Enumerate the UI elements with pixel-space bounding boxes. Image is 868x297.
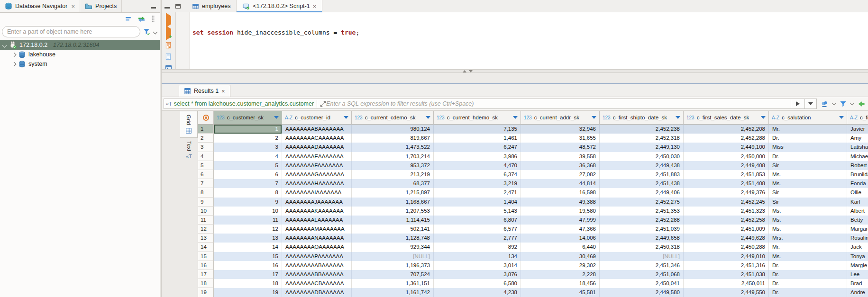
- sort-dropdown-icon[interactable]: [426, 116, 430, 119]
- grid-cell[interactable]: 2,450,030: [600, 152, 684, 161]
- row-number[interactable]: 5: [198, 161, 214, 170]
- grid-cell[interactable]: Ms.: [769, 179, 847, 188]
- grid-cell[interactable]: 14: [214, 243, 282, 252]
- expander-icon[interactable]: [12, 52, 17, 57]
- filter-input[interactable]: «T select * from lakehouse.customer_anal…: [164, 99, 817, 109]
- grid-cell[interactable]: Dr.: [769, 279, 847, 288]
- grid-cell[interactable]: 2,452,238: [600, 125, 684, 134]
- grid-cell[interactable]: Sir: [769, 188, 847, 197]
- grid-cell[interactable]: 17: [214, 270, 282, 279]
- grid-cell[interactable]: 27,082: [521, 170, 600, 179]
- close-icon[interactable]: ×: [71, 3, 75, 10]
- grid-cell[interactable]: 1,361,151: [352, 279, 434, 288]
- grid-cell[interactable]: Karl: [847, 198, 868, 207]
- grid-cell[interactable]: 16: [214, 261, 282, 270]
- grid-cell[interactable]: 6,807: [434, 216, 521, 225]
- row-number[interactable]: 17: [198, 270, 214, 279]
- row-number[interactable]: 2: [198, 134, 214, 143]
- row-number[interactable]: 19: [198, 288, 214, 297]
- grid-cell[interactable]: 929,344: [352, 243, 434, 252]
- grid-corner-cell[interactable]: [198, 111, 214, 125]
- grid-cell[interactable]: 11: [214, 216, 282, 225]
- grid-cell[interactable]: 2,451,038: [684, 270, 769, 279]
- grid-cell[interactable]: 502,141: [352, 225, 434, 234]
- grid-cell[interactable]: 8: [214, 188, 282, 197]
- grid-cell[interactable]: Ms.: [769, 252, 847, 261]
- grid-cell[interactable]: 1,207,553: [352, 207, 434, 216]
- grid-cell[interactable]: 953,372: [352, 161, 434, 170]
- tree-item-connection[interactable]: 172.18.0.2 172.18.0.2:31604: [0, 40, 160, 50]
- tab-script-1[interactable]: <172.18.0.2> Script-1 ×: [237, 0, 322, 12]
- grid-cell[interactable]: AAAAAAAADBAAAAAA: [282, 288, 352, 297]
- grid-cell[interactable]: Dr.: [769, 261, 847, 270]
- grid-cell[interactable]: 2,451,323: [684, 207, 769, 216]
- grid-cell[interactable]: 13: [214, 234, 282, 243]
- previous-page-icon[interactable]: [858, 100, 865, 108]
- expander-icon[interactable]: [12, 62, 17, 66]
- grid-cell[interactable]: Tonya: [847, 252, 868, 261]
- sql-editor[interactable]: set session hide_inaccessible_columns = …: [190, 12, 868, 69]
- grid-cell[interactable]: Dr.: [769, 152, 847, 161]
- grid-cell[interactable]: Mr.: [769, 125, 847, 134]
- apply-filter-button[interactable]: [791, 101, 804, 106]
- column-header-c_salutation[interactable]: A-Zc_salutation: [769, 111, 847, 125]
- grid-cell[interactable]: Ms.: [769, 225, 847, 234]
- grid-cell[interactable]: 3,876: [434, 270, 521, 279]
- splitter-collapse-handle[interactable]: [459, 70, 475, 72]
- row-number[interactable]: 9: [198, 198, 214, 207]
- grid-cell[interactable]: Ollie: [847, 188, 868, 197]
- grid-cell[interactable]: Lee: [847, 270, 868, 279]
- row-number[interactable]: 14: [198, 243, 214, 252]
- grid-cell[interactable]: Amy: [847, 134, 868, 143]
- grid-cell[interactable]: Andre: [847, 288, 868, 297]
- grid-cell[interactable]: 2,452,318: [600, 134, 684, 143]
- row-number[interactable]: 7: [198, 179, 214, 188]
- grid-cell[interactable]: 32,946: [521, 125, 600, 134]
- column-header-c_customer_sk[interactable]: 123c_customer_sk: [214, 111, 282, 125]
- close-icon[interactable]: ×: [221, 88, 225, 95]
- row-number[interactable]: 13: [198, 234, 214, 243]
- grid-cell[interactable]: 1,161,742: [352, 288, 434, 297]
- execute-script-button[interactable]: [165, 42, 172, 49]
- grid-cell[interactable]: AAAAAAAAOAAAAAAA: [282, 243, 352, 252]
- filter-objects-icon[interactable]: [143, 28, 151, 36]
- grid-cell[interactable]: 9: [214, 198, 282, 207]
- grid-cell[interactable]: AAAAAAAAIAAAAAAA: [282, 188, 352, 197]
- view-menu-icon[interactable]: [151, 15, 155, 23]
- grid-cell[interactable]: 44,814: [521, 179, 600, 188]
- grid-cell[interactable]: AAAAAAAABAAAAAAA: [282, 125, 352, 134]
- filter-history-dropdown[interactable]: [805, 102, 816, 105]
- grid-cell[interactable]: 819,667: [352, 134, 434, 143]
- grid-cell[interactable]: 3,986: [434, 152, 521, 161]
- grid-cell[interactable]: 2,452,208: [684, 125, 769, 134]
- grid-cell[interactable]: 47,999: [521, 216, 600, 225]
- grid-cell[interactable]: 2,449,550: [684, 288, 769, 297]
- grid-cell[interactable]: Mr.: [769, 243, 847, 252]
- grid-cell[interactable]: 4: [214, 152, 282, 161]
- grid-cell[interactable]: 1,215,897: [352, 188, 434, 197]
- grid-cell[interactable]: 12: [214, 225, 282, 234]
- object-filter-input[interactable]: [2, 26, 140, 37]
- grid-cell[interactable]: AAAAAAAAEAAAAAAA: [282, 152, 352, 161]
- grid-cell[interactable]: 7: [214, 179, 282, 188]
- grid-cell[interactable]: 2,449,376: [684, 188, 769, 197]
- grid-cell[interactable]: 4,470: [434, 161, 521, 170]
- tab-text-presentation[interactable]: Text «T: [180, 138, 198, 162]
- grid-cell[interactable]: 2,451,009: [684, 225, 769, 234]
- maximize-icon[interactable]: [175, 4, 181, 9]
- filters-menu-icon[interactable]: [840, 100, 847, 108]
- grid-cell[interactable]: AAAAAAAABBAAAAAA: [282, 270, 352, 279]
- minimize-icon[interactable]: [151, 7, 156, 9]
- grid-cell[interactable]: 2,451,438: [600, 179, 684, 188]
- tab-database-navigator[interactable]: Database Navigator ×: [0, 0, 80, 12]
- chevron-down-icon[interactable]: [153, 29, 158, 34]
- grid-cell[interactable]: 2,449,010: [684, 252, 769, 261]
- grid-cell[interactable]: 15: [214, 252, 282, 261]
- grid-cell[interactable]: 2,451,346: [600, 261, 684, 270]
- grid-cell[interactable]: 6,580: [434, 279, 521, 288]
- grid-cell[interactable]: AAAAAAAAKAAAAAAA: [282, 207, 352, 216]
- grid-cell[interactable]: 2,451,068: [600, 270, 684, 279]
- grid-cell[interactable]: Ms.: [769, 216, 847, 225]
- grid-cell[interactable]: 1,404: [434, 198, 521, 207]
- close-icon[interactable]: ×: [313, 3, 317, 10]
